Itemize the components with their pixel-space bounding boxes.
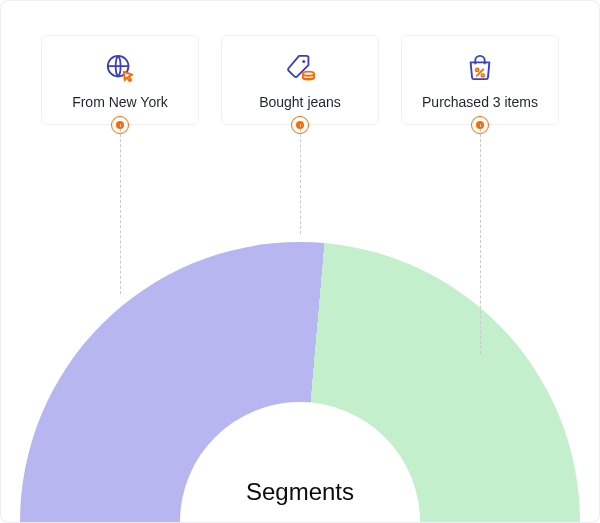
segment-card-purchased-3-items: Purchased 3 items — [401, 35, 559, 125]
segment-label: Purchased 3 items — [412, 94, 548, 110]
connector-line — [300, 124, 301, 234]
segment-card-from-new-york: From New York — [41, 35, 199, 125]
svg-point-3 — [476, 68, 479, 71]
svg-point-1 — [302, 60, 305, 63]
svg-point-4 — [481, 74, 484, 77]
segment-cards: From New York Bought jeans — [1, 1, 599, 125]
connector-line — [480, 124, 481, 354]
segment-label: From New York — [52, 94, 188, 110]
tag-coins-icon — [232, 52, 368, 84]
segments-diagram: From New York Bought jeans — [0, 0, 600, 523]
svg-point-2 — [303, 72, 314, 76]
connector-line — [120, 124, 121, 294]
segment-label: Bought jeans — [232, 94, 368, 110]
chart-title: Segments — [246, 478, 354, 506]
bag-percent-icon — [412, 52, 548, 84]
globe-cursor-icon — [52, 52, 188, 84]
segment-card-bought-jeans: Bought jeans — [221, 35, 379, 125]
